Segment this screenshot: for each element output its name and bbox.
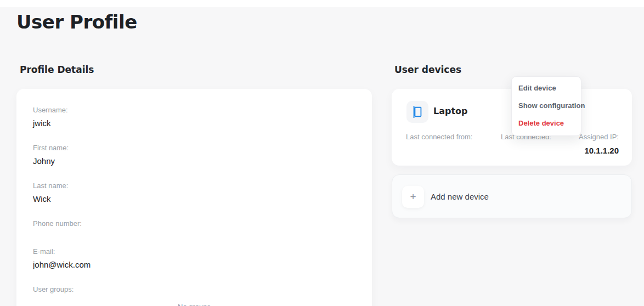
user-groups-label: User groups:	[33, 285, 74, 293]
user-groups-empty-text: No groups	[16, 303, 372, 306]
device-context-menu: Edit device Show configuration Delete de…	[511, 76, 581, 136]
assigned-ip-label: Assigned IP:	[579, 133, 619, 141]
user-devices-heading: User devices	[394, 64, 461, 75]
add-new-device-button[interactable]: + Add new device	[392, 174, 632, 218]
device-icon-box	[406, 101, 428, 123]
menu-item-show-configuration[interactable]: Show configuration	[518, 101, 581, 110]
first-name-value: Johny	[33, 156, 69, 166]
assigned-ip-value: 10.1.1.20	[579, 146, 619, 155]
profile-details-heading: Profile Details	[20, 64, 94, 75]
username-label: Username:	[33, 106, 68, 114]
field-email: E-mail: john@wick.com	[33, 247, 91, 269]
top-white-strip	[0, 0, 644, 7]
field-last-name: Last name: Wick	[33, 182, 68, 203]
field-first-name: First name: Johny	[33, 144, 69, 166]
add-new-device-label: Add new device	[431, 192, 489, 201]
email-label: E-mail:	[33, 247, 91, 256]
field-username: Username: jwick	[33, 106, 68, 128]
field-user-groups: User groups:	[33, 285, 74, 293]
field-phone: Phone number:	[33, 219, 82, 232]
last-name-value: Wick	[33, 194, 68, 203]
phone-label: Phone number:	[33, 219, 82, 228]
menu-item-delete-device[interactable]: Delete device	[518, 119, 581, 127]
last-name-label: Last name:	[33, 182, 68, 190]
assigned-ip-column: Assigned IP: 10.1.1.20	[579, 133, 619, 155]
device-name: Laptop	[433, 106, 468, 116]
first-name-label: First name:	[33, 144, 69, 152]
page-title: User Profile	[16, 11, 137, 33]
username-value: jwick	[33, 118, 68, 128]
profile-details-card: Username: jwick First name: Johny Last n…	[16, 89, 372, 306]
menu-item-edit-device[interactable]: Edit device	[518, 84, 581, 92]
last-connected-from-label: Last connected from:	[406, 133, 472, 141]
email-value: john@wick.com	[33, 260, 91, 269]
laptop-icon	[411, 106, 423, 118]
plus-icon: +	[402, 186, 424, 208]
